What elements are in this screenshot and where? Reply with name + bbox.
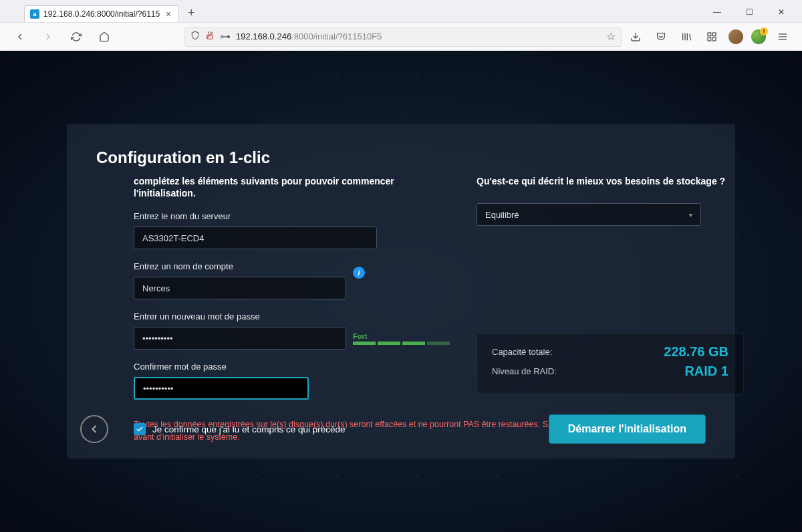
password-input[interactable] bbox=[134, 327, 346, 350]
new-tab-button[interactable]: + bbox=[182, 3, 200, 22]
url-text: 192.168.0.246:8000/initial/?611510F5 bbox=[236, 31, 601, 41]
confirm-checkbox[interactable] bbox=[134, 423, 146, 435]
svg-rect-5 bbox=[712, 37, 716, 41]
insecure-icon bbox=[205, 31, 215, 43]
bookmark-icon[interactable]: ☆ bbox=[606, 30, 616, 43]
download-icon[interactable] bbox=[627, 28, 644, 45]
account-info-icon[interactable]: i bbox=[353, 267, 365, 279]
back-button[interactable] bbox=[80, 415, 108, 443]
confirm-password-input[interactable] bbox=[134, 377, 309, 400]
capacity-box: Capacité totale: 228.76 GB Niveau de RAI… bbox=[477, 333, 744, 394]
confirm-label: Je confirme que j'ai lu et compris ce qu… bbox=[152, 424, 345, 434]
profile-avatar[interactable] bbox=[728, 29, 743, 44]
confirm-password-label: Confirmer mot de passe bbox=[134, 362, 450, 372]
browser-tab[interactable]: a 192.168.0.246:8000/initial/?6115 × bbox=[24, 5, 179, 22]
reload-icon[interactable] bbox=[67, 27, 86, 46]
home-icon[interactable] bbox=[95, 27, 114, 46]
close-tab-icon[interactable]: × bbox=[164, 9, 173, 19]
right-subtitle: Qu'est-ce qui décrit le mieux vos besoin… bbox=[477, 175, 744, 187]
key-icon: ⊶ bbox=[220, 30, 231, 43]
favicon-icon: a bbox=[30, 9, 39, 19]
capacity-value: 228.76 GB bbox=[664, 344, 728, 360]
forward-icon[interactable] bbox=[39, 27, 57, 46]
left-subtitle: complétez les éléments suivants pour pou… bbox=[134, 175, 450, 199]
server-name-input[interactable] bbox=[134, 227, 377, 249]
back-icon[interactable] bbox=[11, 27, 29, 46]
storage-profile-select[interactable]: Equilibré ▾ bbox=[477, 203, 701, 226]
page-viewport: Configuration en 1-clic complétez les él… bbox=[0, 51, 802, 532]
library-icon[interactable] bbox=[678, 28, 695, 45]
pocket-icon[interactable] bbox=[652, 28, 670, 45]
minimize-button[interactable]: — bbox=[702, 3, 732, 21]
svg-rect-3 bbox=[712, 33, 716, 36]
strength-bar bbox=[427, 342, 450, 345]
server-name-label: Entrez le nom du serveur bbox=[134, 211, 450, 221]
account-name-input[interactable] bbox=[134, 277, 346, 299]
config-panel: Configuration en 1-clic complétez les él… bbox=[67, 124, 735, 458]
capacity-label: Capacité totale: bbox=[492, 347, 552, 357]
browser-toolbar: ⊶ 192.168.0.246:8000/initial/?611510F5 ☆ bbox=[0, 23, 802, 51]
account-name-label: Entrez un nom de compte bbox=[134, 261, 450, 271]
strength-label: Fort bbox=[353, 332, 450, 340]
account-avatar[interactable] bbox=[751, 29, 766, 44]
chevron-down-icon: ▾ bbox=[689, 211, 692, 219]
page-title: Configuration en 1-clic bbox=[96, 148, 706, 167]
svg-rect-4 bbox=[708, 37, 711, 41]
raid-label: Niveau de RAID: bbox=[492, 366, 557, 376]
select-value: Equilibré bbox=[485, 210, 519, 220]
strength-bar bbox=[378, 342, 400, 345]
tab-title: 192.168.0.246:8000/initial/?6115 bbox=[43, 9, 160, 19]
password-strength: Fort bbox=[353, 332, 450, 345]
window-titlebar: a 192.168.0.246:8000/initial/?6115 × + —… bbox=[0, 0, 802, 23]
svg-rect-2 bbox=[708, 33, 711, 36]
menu-icon[interactable] bbox=[774, 28, 791, 45]
address-bar[interactable]: ⊶ 192.168.0.246:8000/initial/?611510F5 ☆ bbox=[184, 27, 622, 47]
extension-icon[interactable] bbox=[703, 28, 720, 45]
password-label: Entrer un nouveau mot de passe bbox=[134, 311, 450, 321]
strength-bar bbox=[353, 342, 376, 345]
close-window-button[interactable]: ✕ bbox=[766, 3, 797, 21]
start-button[interactable]: Démarrer l'initialisation bbox=[549, 414, 706, 444]
strength-bar bbox=[402, 342, 425, 345]
shield-icon bbox=[190, 31, 200, 43]
maximize-button[interactable]: ☐ bbox=[734, 3, 765, 21]
raid-value: RAID 1 bbox=[684, 364, 728, 379]
